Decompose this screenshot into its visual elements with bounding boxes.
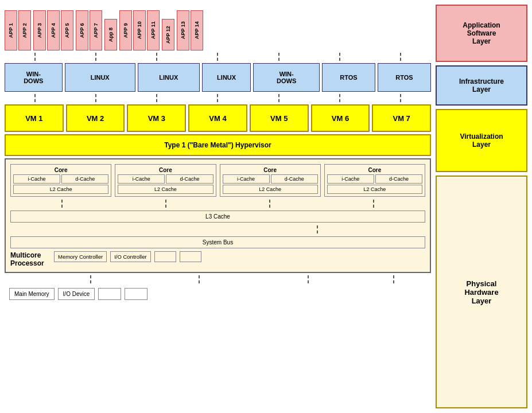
vm-row: VM 1 VM 2 VM 3 VM 4 VM 5 VM 6 VM 7 bbox=[5, 104, 431, 132]
l2-2: L2 Cache bbox=[118, 185, 213, 194]
extra-mem-2 bbox=[125, 288, 147, 300]
hw-controllers: Memory Controller I/O Controller bbox=[54, 251, 425, 262]
io-controller: I/O Controller bbox=[110, 251, 151, 262]
memory-ctrl-label: Memory Controller bbox=[58, 254, 103, 260]
l3-label: L3 Cache bbox=[205, 213, 230, 220]
extra-mem-1 bbox=[98, 288, 121, 300]
extra-ctrl-1 bbox=[154, 251, 176, 262]
app-box: APP 3 bbox=[33, 10, 46, 50]
l3-cache: L3 Cache bbox=[10, 211, 425, 223]
icache-2: i-Cache bbox=[118, 174, 165, 184]
connector-os-vm bbox=[5, 94, 431, 102]
connector-hw-mem bbox=[53, 275, 431, 283]
app-box: APP 10 bbox=[133, 10, 146, 50]
hw-bottom-row: MulticoreProcessor Memory Controller I/O… bbox=[10, 251, 425, 267]
dcache-2: d-Cache bbox=[166, 174, 213, 184]
vm-4: VM 4 bbox=[188, 104, 247, 132]
app-box: APP 7 bbox=[90, 10, 102, 50]
os-rtos-1: RTOS bbox=[322, 63, 375, 92]
app-box: APP 14 bbox=[191, 10, 203, 50]
app-group-1: APP 1 APP 2 bbox=[5, 10, 31, 50]
connector-app-os bbox=[5, 53, 431, 61]
app-box: APP 4 bbox=[47, 10, 60, 50]
io-device: I/O Device bbox=[58, 288, 95, 300]
cores-row: Core i-Cache d-Cache L2 Cache Core i-Cac… bbox=[10, 164, 425, 197]
app-group-3: APP 6 APP 7 bbox=[76, 10, 102, 50]
connector-cores-l3 bbox=[10, 200, 425, 208]
main-memory: Main Memory bbox=[9, 288, 55, 300]
core-3-label: Core bbox=[223, 167, 318, 173]
multicore-label: MulticoreProcessor bbox=[10, 251, 51, 267]
io-device-label: I/O Device bbox=[63, 291, 90, 297]
core-3-caches: i-Cache d-Cache bbox=[223, 174, 318, 184]
core-4-label: Core bbox=[327, 167, 422, 173]
hypervisor: Type 1 ("Bare Metal") Hypervisor bbox=[5, 134, 431, 156]
core-1: Core i-Cache d-Cache L2 Cache bbox=[10, 164, 111, 197]
hardware-block: Core i-Cache d-Cache L2 Cache Core i-Cac… bbox=[5, 158, 431, 273]
icache-1: i-Cache bbox=[13, 174, 60, 184]
app-software-row: APP 1 APP 2 APP 3 APP 4 APP 5 APP 6 APP … bbox=[5, 5, 431, 50]
app-box: APP 1 bbox=[5, 10, 17, 50]
icache-3: i-Cache bbox=[223, 174, 270, 184]
os-windows-2: WIN-DOWS bbox=[253, 63, 320, 92]
app-box: APP 5 bbox=[61, 10, 73, 50]
vm-3: VM 3 bbox=[127, 104, 186, 132]
dcache-4: d-Cache bbox=[375, 174, 422, 184]
app-box: APP 11 bbox=[147, 10, 160, 50]
os-row: WIN-DOWS LINUX LINUX LINUX WIN-DOWS RTOS… bbox=[5, 63, 431, 92]
os-linux-1: LINUX bbox=[65, 63, 135, 92]
memory-controller: Memory Controller bbox=[54, 251, 107, 262]
app-box: APP 9 bbox=[119, 10, 132, 50]
icache-4: i-Cache bbox=[327, 174, 374, 184]
sysbus-label: System Bus bbox=[203, 239, 233, 246]
os-linux-3: LINUX bbox=[202, 63, 251, 92]
app-group-5: APP 9 APP 10 APP 11 bbox=[119, 10, 160, 50]
app-box: APP 6 bbox=[76, 10, 88, 50]
legend-phys-layer: PhysicalHardwareLayer bbox=[436, 176, 527, 408]
l2-1: L2 Cache bbox=[13, 185, 108, 194]
ctrl-row: Memory Controller I/O Controller bbox=[54, 251, 425, 262]
core-2: Core i-Cache d-Cache L2 Cache bbox=[115, 164, 216, 197]
dcache-1: d-Cache bbox=[61, 174, 108, 184]
core-3: Core i-Cache d-Cache L2 Cache bbox=[220, 164, 321, 197]
app-box: APP 12 bbox=[162, 19, 174, 50]
os-windows-1: WIN-DOWS bbox=[5, 63, 63, 92]
connector-l3-sysbus bbox=[10, 225, 425, 233]
core-1-label: Core bbox=[13, 167, 108, 173]
right-legend: ApplicationSoftwareLayer InfrastructureL… bbox=[436, 5, 527, 408]
extra-ctrl-2 bbox=[180, 251, 201, 262]
legend-app-layer: ApplicationSoftwareLayer bbox=[436, 5, 527, 62]
app-group-2: APP 3 APP 4 APP 5 bbox=[33, 10, 73, 50]
core-4: Core i-Cache d-Cache L2 Cache bbox=[324, 164, 425, 197]
hypervisor-label: Type 1 ("Bare Metal") Hypervisor bbox=[164, 141, 271, 149]
app-group-6: APP 12 bbox=[162, 19, 174, 50]
main-memory-label: Main Memory bbox=[14, 291, 49, 297]
app-box: APP 13 bbox=[177, 10, 189, 50]
vm-2: VM 2 bbox=[66, 104, 125, 132]
app-box: App 8 bbox=[104, 19, 117, 50]
l2-3: L2 Cache bbox=[223, 185, 318, 194]
core-2-label: Core bbox=[118, 167, 213, 173]
os-linux-2: LINUX bbox=[138, 63, 200, 92]
vm-1: VM 1 bbox=[5, 104, 64, 132]
legend-infra-layer: InfrastructureLayer bbox=[436, 65, 527, 106]
core-2-caches: i-Cache d-Cache bbox=[118, 174, 213, 184]
app-box: APP 2 bbox=[18, 10, 31, 50]
system-bus: System Bus bbox=[10, 236, 425, 248]
core-1-caches: i-Cache d-Cache bbox=[13, 174, 108, 184]
app-group-4: App 8 bbox=[104, 19, 117, 50]
app-group-7: APP 13 APP 14 bbox=[177, 10, 203, 50]
core-4-caches: i-Cache d-Cache bbox=[327, 174, 422, 184]
main-container: APP 1 APP 2 APP 3 APP 4 APP 5 APP 6 APP … bbox=[0, 0, 532, 413]
vm-7: VM 7 bbox=[372, 104, 431, 132]
memory-row: Main Memory I/O Device bbox=[9, 286, 431, 302]
legend-virt-layer: VirtualizationLayer bbox=[436, 109, 527, 172]
vm-5: VM 5 bbox=[250, 104, 309, 132]
left-panel: APP 1 APP 2 APP 3 APP 4 APP 5 APP 6 APP … bbox=[5, 5, 431, 408]
l2-4: L2 Cache bbox=[327, 185, 422, 194]
os-rtos-2: RTOS bbox=[378, 63, 431, 92]
vm-6: VM 6 bbox=[311, 104, 370, 132]
dcache-3: d-Cache bbox=[271, 174, 318, 184]
